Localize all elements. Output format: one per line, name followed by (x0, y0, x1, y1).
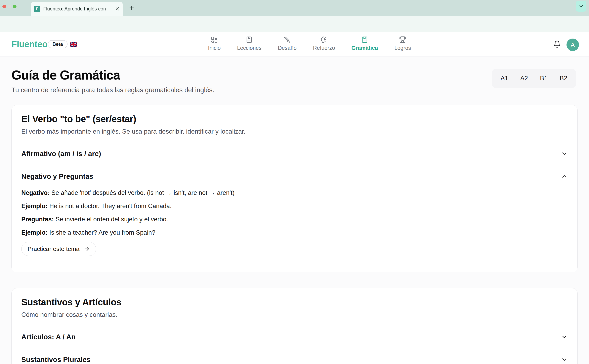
practice-button-label: Practicar este tema (27, 246, 79, 252)
tab-search-button[interactable] (576, 1, 586, 12)
app-logo[interactable]: Fluenteo (12, 39, 47, 49)
app-header: Fluenteo Beta InicioLeccionesDesafíoRefu… (0, 32, 589, 56)
section-title: Sustantivos y Artículos (21, 297, 568, 308)
nav-item-logros[interactable]: Logros (394, 36, 411, 51)
book-icon (361, 36, 368, 43)
book-icon (246, 36, 253, 43)
level-button-b2[interactable]: B2 (554, 71, 573, 85)
browser-toolbar: fluenteo.app/app/grammar (0, 16, 589, 32)
grammar-section-card: El Verbo "to be" (ser/estar)El verbo más… (12, 105, 577, 272)
topic-toggle[interactable]: Afirmativo (am / is / are) (21, 143, 568, 165)
dashboard-icon (211, 36, 218, 43)
section-title: El Verbo "to be" (ser/estar) (21, 113, 568, 124)
topic-paragraph: Ejemplo: He is not a doctor. They aren't… (21, 202, 568, 210)
nav-item-label: Desafío (278, 45, 297, 51)
practice-topic-button[interactable]: Practicar este tema (21, 242, 96, 256)
new-tab-button[interactable] (127, 4, 136, 12)
chevron-down-icon (561, 150, 568, 157)
topic-paragraph: Negativo: Se añade 'not' después del ver… (21, 189, 568, 197)
site-favicon: F (34, 6, 40, 12)
fullscreen-window-button[interactable] (13, 5, 16, 8)
section-subtitle: Cómo nombrar cosas y contarlas. (21, 311, 568, 318)
chevron-up-icon (561, 173, 568, 180)
nav-item-label: Logros (394, 45, 411, 51)
trophy-icon (399, 36, 406, 43)
topic-toggle[interactable]: Sustantivos Plurales (21, 348, 568, 364)
level-filter: A1A2B1B2 (492, 69, 576, 88)
topic-paragraph: Preguntas: Se invierte el orden del suje… (21, 215, 568, 223)
topic-title: Artículos: A / An (21, 333, 76, 341)
level-button-a1[interactable]: A1 (495, 71, 514, 85)
topic-title: Sustantivos Plurales (21, 356, 91, 364)
close-window-button[interactable] (2, 5, 6, 8)
topic-accordion-item: Afirmativo (am / is / are) (21, 143, 568, 165)
nav-item-label: Inicio (208, 45, 221, 51)
tab-title: Fluenteo: Aprende Inglés con (43, 6, 115, 12)
topics-accordion: Artículos: A / AnSustantivos Plurales (21, 326, 568, 364)
topic-accordion-item: Sustantivos Plurales (21, 348, 568, 364)
topic-title: Negativo y Preguntas (21, 172, 93, 180)
chevron-down-icon (561, 333, 568, 340)
section-subtitle: El verbo más importante en inglés. Se us… (21, 128, 568, 135)
user-avatar[interactable]: A (567, 39, 579, 51)
topic-toggle[interactable]: Artículos: A / An (21, 326, 568, 348)
notifications-bell-icon[interactable] (553, 40, 561, 48)
nav-item-gramatica[interactable]: Gramática (352, 36, 378, 51)
topic-paragraph: Ejemplo: Is she a teacher? Are you from … (21, 229, 568, 237)
main-content: Guía de Gramática Tu centro de referenci… (0, 56, 589, 364)
browser-tab[interactable]: F Fluenteo: Aprende Inglés con (31, 2, 123, 16)
close-tab-icon[interactable] (115, 6, 120, 12)
nav-item-refuerzo[interactable]: Refuerzo (313, 36, 335, 51)
nav-item-inicio[interactable]: Inicio (208, 36, 221, 51)
topic-accordion-item: Artículos: A / An (21, 326, 568, 348)
uk-flag-icon[interactable] (70, 42, 77, 47)
browser-tab-strip: F Fluenteo: Aprende Inglés con (0, 0, 589, 16)
chevron-down-icon (578, 3, 584, 9)
chevron-down-icon (561, 356, 568, 363)
topic-content: Negativo: Se añade 'not' después del ver… (21, 188, 568, 263)
nav-item-label: Gramática (352, 45, 378, 51)
level-button-a2[interactable]: A2 (514, 71, 534, 85)
minimize-window-button[interactable] (8, 5, 11, 8)
topic-toggle[interactable]: Negativo y Preguntas (21, 165, 568, 188)
grammar-section-card: Sustantivos y ArtículosCómo nombrar cosa… (12, 288, 577, 364)
sword-icon (284, 36, 291, 43)
topics-accordion: Afirmativo (am / is / are)Negativo y Pre… (21, 143, 568, 263)
brain-icon (321, 36, 327, 43)
nav-item-desafio[interactable]: Desafío (278, 36, 297, 51)
page-subtitle: Tu centro de referencia para todas las r… (12, 86, 577, 94)
page-head: Guía de Gramática Tu centro de referenci… (0, 56, 589, 94)
main-navigation: InicioLeccionesDesafíoRefuerzoGramáticaL… (208, 36, 411, 51)
nav-item-lecciones[interactable]: Lecciones (237, 36, 262, 51)
nav-item-label: Refuerzo (313, 45, 335, 51)
arrow-right-icon (84, 246, 90, 252)
topic-accordion-item: Negativo y PreguntasNegativo: Se añade '… (21, 165, 568, 263)
beta-badge: Beta (48, 40, 67, 48)
nav-item-label: Lecciones (237, 45, 262, 51)
topic-title: Afirmativo (am / is / are) (21, 150, 101, 158)
level-button-b1[interactable]: B1 (534, 71, 554, 85)
